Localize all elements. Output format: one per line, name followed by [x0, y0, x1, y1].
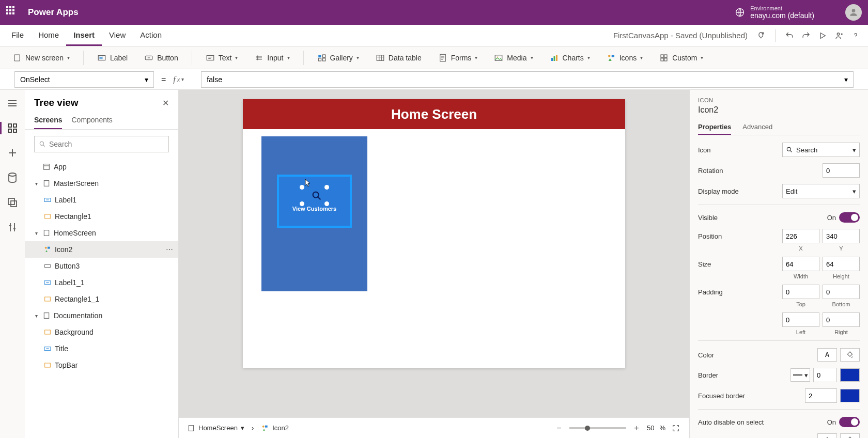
tree-screen-documentation[interactable]: ▾ Documentation [25, 307, 178, 324]
svg-rect-46 [45, 363, 51, 367]
new-screen-button[interactable]: New screen▾ [9, 51, 73, 65]
fill-color-swatch[interactable] [840, 348, 860, 362]
tree-tab-screens[interactable]: Screens [34, 112, 62, 129]
formula-input[interactable]: false ▾ [201, 71, 854, 88]
sublabel-top: Top [782, 301, 819, 307]
tree-item-title[interactable]: Title [25, 340, 178, 357]
prop-pad-right[interactable] [823, 312, 860, 327]
disabled-font-color-swatch[interactable]: A [817, 433, 837, 438]
data-pane-icon[interactable] [6, 171, 19, 184]
media-pane-icon[interactable] [6, 196, 19, 209]
canvas-icon-selected[interactable]: View Customers [277, 175, 352, 228]
tree-item-background[interactable]: Background [25, 324, 178, 340]
selection-handle[interactable] [300, 185, 304, 190]
breadcrumb-control[interactable]: Icon2 [261, 424, 289, 432]
sublabel-w: Width [782, 273, 819, 279]
prop-icon-select[interactable]: Search ▾ [782, 143, 860, 157]
data-table-button[interactable]: Data table [373, 51, 425, 65]
props-tab-properties[interactable]: Properties [698, 120, 731, 135]
help-button[interactable] [847, 27, 864, 44]
hamburger-icon[interactable] [6, 97, 19, 110]
label-button[interactable]: Label [94, 51, 131, 65]
canvas-area[interactable]: Home Screen View Customers [179, 90, 689, 417]
tree-search[interactable] [34, 136, 169, 152]
prop-rotation-input[interactable] [823, 163, 860, 178]
advanced-tools-icon[interactable] [6, 221, 19, 233]
fit-to-window-button[interactable] [671, 423, 681, 433]
fx-button[interactable]: fx▾ [173, 75, 194, 84]
visible-toggle[interactable] [839, 212, 860, 223]
canvas-tile[interactable]: View Customers [261, 136, 367, 291]
menu-view[interactable]: View [102, 25, 133, 46]
prop-position-x[interactable] [782, 229, 819, 243]
user-avatar[interactable] [845, 4, 862, 21]
gallery-dropdown[interactable]: Gallery▾ [314, 51, 362, 65]
prop-displaymode-select[interactable]: Edit ▾ [782, 184, 860, 198]
menu-action[interactable]: Action [133, 25, 169, 46]
disabled-fill-color-swatch[interactable] [840, 433, 860, 438]
menu-home[interactable]: Home [31, 25, 66, 46]
close-icon[interactable]: ✕ [162, 98, 169, 108]
tree-view-icon[interactable] [6, 122, 19, 134]
selection-handle[interactable] [300, 201, 304, 206]
menu-insert[interactable]: Insert [66, 25, 102, 46]
tree-item-label1-1[interactable]: Label1_1 [25, 274, 178, 291]
prop-pad-bottom[interactable] [823, 285, 860, 299]
font-color-swatch[interactable]: A [817, 348, 837, 362]
environment-picker[interactable]: Environment enayu.com (default) [735, 5, 814, 20]
input-dropdown[interactable]: Input▾ [251, 51, 292, 65]
tree-item-button3[interactable]: Button3 [25, 258, 178, 274]
media-dropdown[interactable]: Media▾ [491, 51, 536, 65]
text-dropdown[interactable]: Text▾ [203, 51, 241, 65]
selection-handle[interactable] [324, 185, 329, 190]
tree-item-topbar[interactable]: TopBar [25, 357, 178, 373]
undo-button[interactable] [781, 27, 798, 44]
tree-screen-home[interactable]: ▾ HomeScreen [25, 225, 178, 241]
prop-position-y[interactable] [823, 229, 860, 243]
autodisable-toggle[interactable] [839, 417, 860, 427]
tree-item-label: TopBar [55, 361, 78, 369]
app-launcher-icon[interactable] [6, 6, 19, 19]
more-icon[interactable]: ⋯ [166, 245, 174, 254]
redo-button[interactable] [798, 27, 814, 44]
zoom-in-button[interactable]: + [631, 423, 642, 433]
focused-border-input[interactable] [805, 388, 837, 403]
share-button[interactable] [831, 27, 847, 44]
props-tab-advanced[interactable]: Advanced [742, 120, 772, 135]
tree-item-rectangle1[interactable]: Rectangle1 [25, 208, 178, 225]
zoom-slider[interactable] [569, 427, 626, 429]
icons-dropdown[interactable]: Icons▾ [603, 51, 646, 65]
border-width-input[interactable] [813, 368, 837, 382]
prop-pad-top[interactable] [782, 285, 819, 299]
tree-app-item[interactable]: App [25, 159, 178, 175]
custom-dropdown[interactable]: Custom▾ [656, 51, 706, 65]
selection-handle[interactable] [324, 201, 329, 206]
tree-item-icon2[interactable]: Icon2 ⋯ [25, 241, 178, 258]
tree-item-rectangle1-1[interactable]: Rectangle1_1 [25, 291, 178, 307]
forms-dropdown[interactable]: Forms▾ [435, 51, 481, 65]
prop-size-w[interactable] [782, 257, 819, 271]
svg-rect-18 [556, 55, 557, 61]
tree-search-input[interactable] [49, 140, 164, 148]
border-style-select[interactable]: ▾ [791, 368, 810, 382]
insert-pane-icon[interactable] [6, 147, 19, 159]
tree-tab-components[interactable]: Components [71, 112, 112, 129]
tile-label: View Customers [292, 206, 336, 212]
canvas-screen[interactable]: Home Screen View Customers [243, 99, 625, 368]
border-color-swatch[interactable] [840, 368, 860, 382]
zoom-out-button[interactable]: − [554, 423, 564, 433]
svg-rect-22 [664, 55, 667, 57]
button-button[interactable]: Button [141, 51, 181, 65]
prop-pad-left[interactable] [782, 312, 819, 327]
breadcrumb-screen[interactable]: HomeScreen ▾ [187, 424, 244, 432]
tree-screen-master[interactable]: ▾ MasterScreen [25, 175, 178, 192]
focused-border-color-swatch[interactable] [840, 389, 860, 402]
prop-size-h[interactable] [823, 257, 860, 271]
app-checker-icon[interactable] [754, 27, 770, 44]
svg-rect-21 [661, 55, 663, 57]
play-button[interactable] [814, 27, 831, 44]
tree-item-label1[interactable]: Label1 [25, 192, 178, 208]
charts-dropdown[interactable]: Charts▾ [547, 51, 593, 65]
property-selector[interactable]: OnSelect ▾ [14, 71, 154, 88]
menu-file[interactable]: File [4, 25, 31, 46]
